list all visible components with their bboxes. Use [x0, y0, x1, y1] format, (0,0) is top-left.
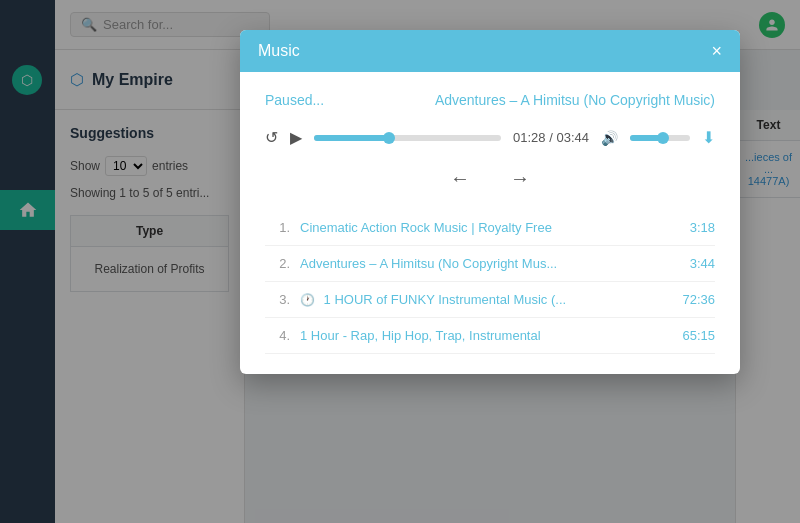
- track-list: 1. Cinematic Action Rock Music | Royalty…: [265, 210, 715, 354]
- paused-label: Paused...: [265, 92, 324, 108]
- volume-bar[interactable]: [630, 135, 690, 141]
- total-time: 03:44: [556, 130, 589, 145]
- track-item-1[interactable]: 1. Cinematic Action Rock Music | Royalty…: [265, 210, 715, 246]
- restart-button[interactable]: ↺: [265, 128, 278, 147]
- track-item-2[interactable]: 2. Adventures – A Himitsu (No Copyright …: [265, 246, 715, 282]
- track-item-4[interactable]: 4. 1 Hour - Rap, Hip Hop, Trap, Instrume…: [265, 318, 715, 354]
- current-track-name: Adventures – A Himitsu (No Copyright Mus…: [435, 92, 715, 108]
- progress-fill: [314, 135, 389, 141]
- clock-icon: 🕐: [300, 293, 315, 307]
- track-duration: 3:18: [690, 220, 715, 235]
- modal-body: Paused... Adventures – A Himitsu (No Cop…: [240, 72, 740, 374]
- track-title: 🕐 1 HOUR of FUNKY Instrumental Music (..…: [300, 292, 672, 307]
- track-title: Adventures – A Himitsu (No Copyright Mus…: [300, 256, 680, 271]
- track-duration: 72:36: [682, 292, 715, 307]
- volume-icon[interactable]: 🔊: [601, 130, 618, 146]
- track-title: 1 Hour - Rap, Hip Hop, Trap, Instrumenta…: [300, 328, 672, 343]
- modal-close-button[interactable]: ×: [711, 42, 722, 60]
- play-button[interactable]: ▶: [290, 128, 302, 147]
- prev-track-button[interactable]: ←: [450, 167, 470, 190]
- track-number: 3.: [265, 292, 290, 307]
- next-track-button[interactable]: →: [510, 167, 530, 190]
- track-number: 4.: [265, 328, 290, 343]
- progress-bar[interactable]: [314, 135, 501, 141]
- track-number: 2.: [265, 256, 290, 271]
- progress-thumb: [383, 132, 395, 144]
- track-copyright-text: (No Copyright Music): [584, 92, 715, 108]
- player-controls: ↺ ▶ 01:28 / 03:44 🔊 ⬇: [265, 128, 715, 147]
- track-number: 1.: [265, 220, 290, 235]
- track-duration: 65:15: [682, 328, 715, 343]
- time-display: 01:28 / 03:44: [513, 130, 589, 145]
- time-separator: /: [549, 130, 553, 145]
- volume-fill: [630, 135, 663, 141]
- track-item-3[interactable]: 3. 🕐 1 HOUR of FUNKY Instrumental Music …: [265, 282, 715, 318]
- modal-title: Music: [258, 42, 300, 60]
- current-time: 01:28: [513, 130, 546, 145]
- track-duration: 3:44: [690, 256, 715, 271]
- nav-arrows: ← →: [265, 167, 715, 190]
- download-button[interactable]: ⬇: [702, 128, 715, 147]
- modal-header: Music ×: [240, 30, 740, 72]
- music-modal: Music × Paused... Adventures – A Himitsu…: [240, 30, 740, 374]
- now-playing: Paused... Adventures – A Himitsu (No Cop…: [265, 92, 715, 108]
- track-title-text: Adventures – A Himitsu: [435, 92, 584, 108]
- track-title: Cinematic Action Rock Music | Royalty Fr…: [300, 220, 680, 235]
- volume-thumb: [657, 132, 669, 144]
